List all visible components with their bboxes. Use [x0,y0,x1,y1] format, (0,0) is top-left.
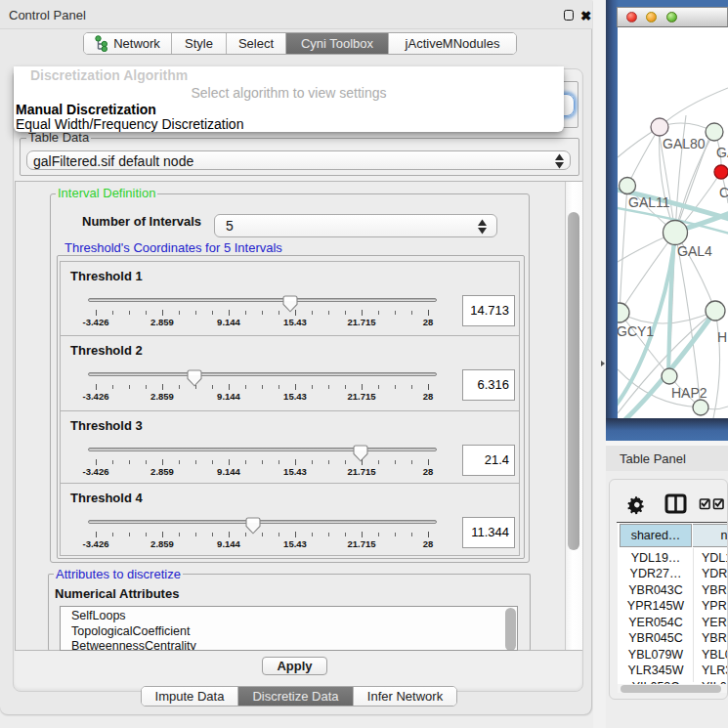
svg-text:GCY1: GCY1 [618,323,654,339]
svg-text:H: H [717,329,727,345]
svg-text:GAL4: GAL4 [677,243,712,259]
svg-text:GAL80: GAL80 [663,136,706,151]
svg-text:GAL11: GAL11 [628,194,670,210]
svg-text:GAL: GAL [716,145,728,160]
svg-text:C: C [719,185,728,200]
svg-text:HAP2: HAP2 [671,385,707,401]
